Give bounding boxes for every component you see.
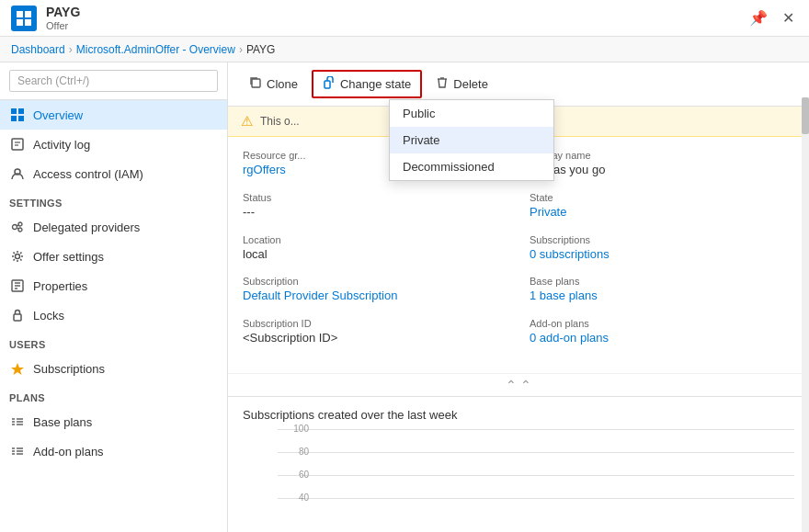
subscription-value[interactable]: Default Provider Subscription: [243, 289, 507, 302]
breadcrumb: Dashboard › Microsoft.AdminOffer - Overv…: [0, 37, 809, 62]
sidebar: Overview Activity log Access control (IA…: [0, 62, 228, 532]
change-state-dropdown: Public Private Decommissioned: [389, 99, 554, 181]
clone-button[interactable]: Clone: [239, 71, 308, 97]
locks-icon: [9, 307, 26, 323]
subscription-label: Subscription: [243, 276, 507, 287]
scroll-hint-icon: ⌃ ⌃: [506, 378, 531, 392]
sidebar-item-offer-settings-label: Offer settings: [33, 250, 104, 264]
svg-rect-5: [18, 108, 24, 114]
state-group: State Private: [530, 192, 794, 221]
delete-button[interactable]: Delete: [426, 71, 498, 97]
change-state-label: Change state: [340, 77, 411, 91]
sidebar-item-access-control[interactable]: Access control (IAM): [0, 159, 227, 188]
search-container: [0, 62, 227, 100]
delete-label: Delete: [453, 77, 488, 91]
location-group: Location local: [243, 234, 507, 264]
svg-point-13: [18, 222, 22, 226]
change-state-button[interactable]: Change state: [312, 70, 422, 98]
scroll-thumb[interactable]: [802, 97, 809, 134]
svg-rect-8: [12, 139, 23, 150]
base-plans-value[interactable]: 1 base plans: [530, 289, 794, 302]
sidebar-item-addon-plans[interactable]: Add-on plans: [0, 436, 227, 466]
subscriptions-count-value[interactable]: 0 subscriptions: [530, 247, 794, 261]
subscriptions-count-label: Subscriptions: [530, 234, 794, 245]
sidebar-item-delegated-label: Delegated providers: [33, 221, 140, 234]
chart-area: 100 80 60 40: [243, 429, 794, 521]
base-plans-label: Base plans: [530, 276, 794, 287]
svg-rect-22: [14, 314, 21, 321]
header-title-block: PAYG Offer: [46, 5, 80, 31]
svg-rect-0: [17, 11, 23, 17]
add-on-plans-label: Add-on plans: [530, 318, 794, 329]
chart-label-80: 80: [278, 447, 309, 457]
access-icon: [9, 165, 26, 182]
display-name-group: Display name Pay as you go: [530, 150, 794, 179]
breadcrumb-dashboard[interactable]: Dashboard: [11, 43, 65, 56]
section-users: Users: [0, 330, 227, 354]
dropdown-item-decommissioned[interactable]: Decommissioned: [390, 153, 553, 180]
chart-gridline-80: 80: [278, 452, 794, 453]
add-on-plans-value[interactable]: 0 add-on plans: [530, 331, 794, 345]
search-input[interactable]: [9, 70, 218, 92]
delete-icon: [436, 76, 449, 92]
settings-icon: [9, 248, 26, 265]
dropdown-item-public[interactable]: Public: [390, 100, 553, 127]
sidebar-item-properties[interactable]: Properties: [0, 271, 227, 300]
addon-icon: [9, 443, 26, 459]
sidebar-item-base-plans-label: Base plans: [33, 415, 92, 429]
subscription-id-label: Subscription ID: [243, 318, 507, 329]
svg-rect-4: [11, 108, 17, 114]
svg-rect-3: [25, 19, 31, 26]
chart-label-40: 40: [278, 492, 309, 503]
activity-icon: [9, 136, 26, 153]
dropdown-item-private[interactable]: Private: [390, 127, 553, 153]
sidebar-item-locks[interactable]: Locks: [0, 300, 227, 330]
pin-button[interactable]: 📌: [746, 6, 771, 30]
close-button[interactable]: ✕: [779, 6, 798, 30]
subscription-id-value: <Subscription ID>: [243, 331, 507, 345]
scroll-hint: ⌃ ⌃: [228, 373, 809, 396]
svg-rect-6: [11, 116, 17, 121]
state-value[interactable]: Private: [530, 205, 794, 219]
sidebar-item-overview-label: Overview: [33, 108, 83, 122]
sidebar-item-locks-label: Locks: [33, 309, 64, 323]
chart-gridline-40: 40: [278, 498, 794, 499]
section-settings: Settings: [0, 188, 227, 212]
sidebar-item-activity-log[interactable]: Activity log: [0, 130, 227, 159]
delegated-icon: [9, 219, 26, 235]
breadcrumb-current: PAYG: [246, 43, 276, 56]
chart-section: Subscriptions created over the last week…: [228, 396, 809, 532]
svg-line-15: [17, 225, 19, 226]
breadcrumb-overview[interactable]: Microsoft.AdminOffer - Overview: [76, 43, 235, 56]
subscription-id-group: Subscription ID <Subscription ID>: [243, 318, 507, 347]
scroll-track: [802, 97, 809, 532]
sidebar-item-subscriptions[interactable]: Subscriptions: [0, 354, 227, 383]
display-name-label: Display name: [530, 150, 794, 161]
subscription-group: Subscription Default Provider Subscripti…: [243, 276, 507, 305]
sidebar-item-addon-plans-label: Add-on plans: [33, 445, 104, 458]
base-plans-group: Base plans 1 base plans: [530, 276, 794, 305]
sidebar-item-delegated-providers[interactable]: Delegated providers: [0, 212, 227, 242]
sidebar-item-properties-label: Properties: [33, 279, 87, 293]
subscriptions-count-group: Subscriptions 0 subscriptions: [530, 234, 794, 264]
status-value: ---: [243, 205, 507, 219]
svg-point-14: [18, 228, 22, 232]
content-area: Clone Change state Delete ⚠ This o...: [228, 62, 809, 532]
svg-rect-2: [17, 19, 23, 26]
breadcrumb-sep-2: ›: [239, 43, 243, 56]
chart-gridline-100: 100: [278, 429, 794, 430]
plans-icon: [9, 413, 26, 430]
sidebar-item-overview[interactable]: Overview: [0, 100, 227, 130]
chart-label-60: 60: [278, 470, 309, 480]
state-label: State: [530, 192, 794, 203]
svg-rect-1: [25, 11, 31, 17]
add-on-plans-group: Add-on plans 0 add-on plans: [530, 318, 794, 347]
clone-label: Clone: [267, 77, 298, 91]
status-label: Status: [243, 192, 507, 203]
top-bar: PAYG Offer 📌 ✕: [0, 0, 809, 37]
clone-icon: [249, 76, 262, 92]
section-plans: Plans: [0, 383, 227, 407]
display-name-value: Pay as you go: [530, 163, 794, 176]
sidebar-item-base-plans[interactable]: Base plans: [0, 407, 227, 436]
sidebar-item-offer-settings[interactable]: Offer settings: [0, 242, 227, 271]
